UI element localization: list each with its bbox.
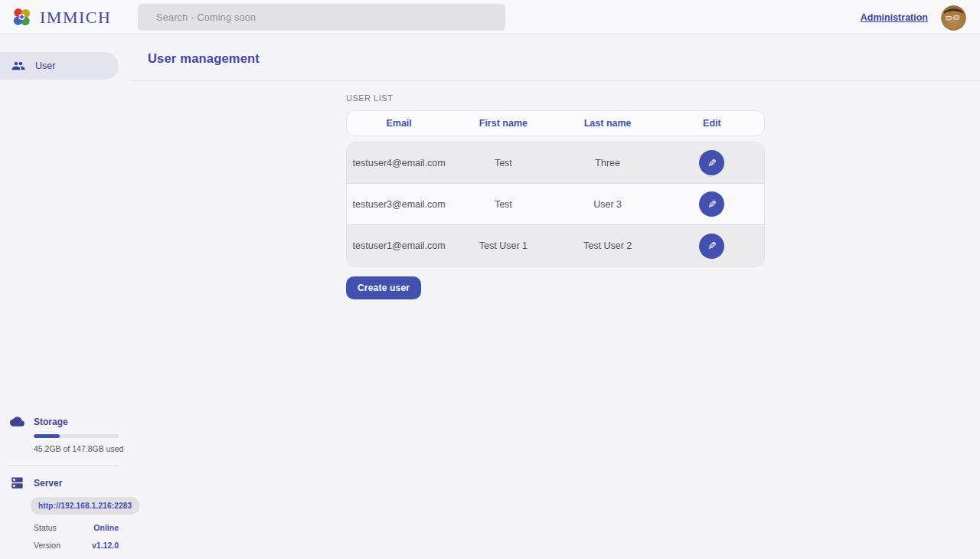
immich-flower-icon	[11, 6, 33, 28]
search-input[interactable]	[138, 4, 505, 31]
cell-last-name: Test User 2	[556, 240, 660, 251]
server-status-value: Online	[93, 523, 119, 532]
edit-user-button[interactable]: ✎	[699, 234, 724, 259]
column-header-first-name: First name	[451, 118, 555, 129]
sidebar-item-user[interactable]: User	[0, 52, 119, 80]
edit-user-button[interactable]: ✎	[699, 150, 724, 175]
top-bar: IMMICH Administration	[0, 0, 980, 35]
user-list-section: USER LIST Email First name Last name Edi…	[130, 81, 980, 299]
cell-last-name: User 3	[556, 199, 660, 210]
avatar-image	[941, 5, 966, 31]
storage-progress-fill	[34, 434, 60, 438]
topbar-right: Administration	[861, 0, 966, 35]
section-label: USER LIST	[346, 93, 980, 103]
cell-email: testuser3@email.com	[347, 199, 451, 210]
server-version-row: Version v1.12.0	[34, 541, 119, 550]
user-table-body: testuser4@email.com Test Three ✎ testuse…	[346, 142, 765, 267]
server-label: Server	[34, 478, 62, 489]
server-status-row: Status Online	[34, 523, 119, 532]
main-area: User management USER LIST Email First na…	[130, 36, 980, 559]
pencil-icon: ✎	[707, 199, 717, 210]
brand[interactable]: IMMICH	[11, 6, 111, 28]
create-user-button[interactable]: Create user	[346, 276, 421, 299]
storage-progress-bar	[34, 434, 119, 438]
page-title: User management	[148, 51, 260, 66]
storage-label: Storage	[34, 417, 68, 427]
column-header-email: Email	[347, 118, 451, 129]
administration-link[interactable]: Administration	[861, 12, 928, 23]
cell-first-name: Test	[451, 199, 555, 210]
table-row: testuser3@email.com Test User 3 ✎	[347, 184, 764, 225]
storage-section-header: Storage	[10, 414, 130, 429]
sidebar-item-user-label: User	[35, 60, 55, 71]
page-header: User management	[130, 36, 980, 81]
server-icon	[10, 476, 24, 490]
sidebar-divider	[6, 465, 119, 466]
server-version-value: v1.12.0	[92, 541, 119, 550]
table-row: testuser1@email.com Test User 1 Test Use…	[347, 225, 764, 266]
pencil-icon: ✎	[707, 240, 717, 251]
storage-usage-text: 45.2GB of 147.8GB used	[34, 444, 130, 453]
column-header-edit: Edit	[660, 118, 764, 129]
edit-user-button[interactable]: ✎	[699, 191, 724, 217]
pencil-icon: ✎	[707, 158, 717, 168]
cell-first-name: Test User 1	[451, 240, 555, 251]
table-row: testuser4@email.com Test Three ✎	[347, 142, 764, 184]
server-version-label: Version	[34, 541, 60, 550]
brand-name: IMMICH	[40, 8, 111, 28]
cell-first-name: Test	[451, 158, 555, 168]
cell-last-name: Three	[556, 158, 660, 168]
server-url-badge: http://192.168.1.216:2283	[31, 497, 139, 515]
column-header-last-name: Last name	[556, 118, 660, 129]
cell-email: testuser4@email.com	[347, 158, 451, 168]
server-section-header: Server	[10, 476, 130, 490]
users-group-icon	[11, 59, 25, 73]
user-avatar[interactable]	[941, 5, 966, 31]
table-header-row: Email First name Last name Edit	[346, 110, 765, 136]
cell-email: testuser1@email.com	[347, 240, 451, 251]
sidebar: User Storage 45.2GB of 147.8GB used Serv…	[0, 36, 130, 559]
cloud-icon	[10, 414, 24, 429]
sidebar-footer: Storage 45.2GB of 147.8GB used Server ht…	[0, 414, 130, 550]
server-status-label: Status	[34, 523, 57, 532]
